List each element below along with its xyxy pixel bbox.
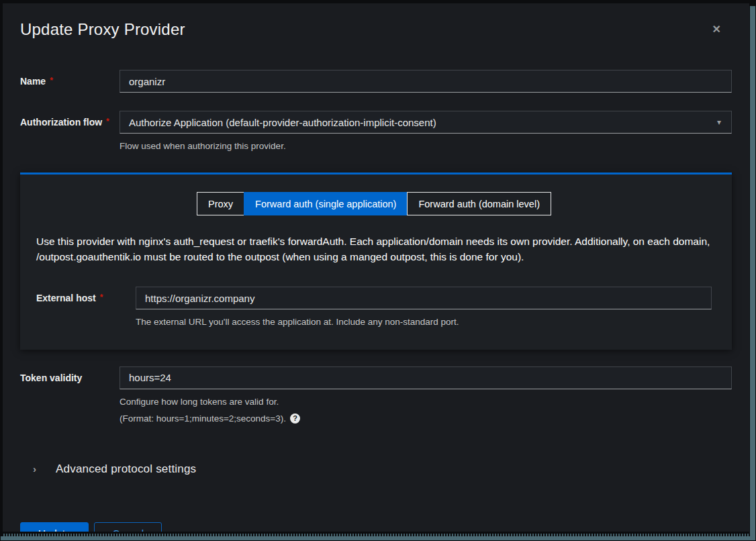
modal-header: Update Proxy Provider ✕ [20,3,732,39]
external-host-help: The external URL you'll access the appli… [136,315,712,329]
window-border-bottom [1,536,755,540]
modal-footer: Update Cancel [20,522,732,532]
external-host-control: The external URL you'll access the appli… [136,287,712,329]
update-proxy-provider-modal: Update Proxy Provider ✕ Name* Authorizat… [3,3,749,532]
window-frame: Update Proxy Provider ✕ Name* Authorizat… [0,0,756,541]
authorization-flow-control: Authorize Application (default-provider-… [120,111,732,153]
external-host-input[interactable] [136,287,712,309]
name-label-text: Name [20,76,46,87]
external-host-label-text: External host [36,293,96,303]
name-label: Name* [20,70,120,87]
required-asterisk: * [50,76,53,85]
tab-proxy[interactable]: Proxy [197,192,244,215]
token-validity-help: Configure how long tokens are valid for. [120,395,732,409]
required-asterisk: * [100,293,103,302]
authorization-flow-select[interactable]: Authorize Application (default-provider-… [120,111,732,134]
close-icon[interactable]: ✕ [712,24,721,35]
cancel-button[interactable]: Cancel [94,522,162,532]
advanced-protocol-settings-toggle[interactable]: › Advanced protocol settings [20,462,732,476]
authorization-flow-label: Authorization flow* [20,111,120,128]
name-control [120,70,732,93]
chevron-right-icon: › [33,463,36,475]
required-asterisk: * [106,117,109,126]
window-border-right [750,6,755,539]
authorization-flow-label-text: Authorization flow [20,117,102,128]
page-title: Update Proxy Provider [20,20,185,39]
advanced-protocol-settings-label: Advanced protocol settings [56,462,196,476]
proxy-mode-card: Proxy Forward auth (single application) … [20,173,732,349]
mode-toggle-group: Proxy Forward auth (single application) … [36,192,712,215]
token-validity-input[interactable] [120,366,732,389]
token-validity-row: Token validity Configure how long tokens… [20,366,732,424]
external-host-row: External host* The external URL you'll a… [36,287,712,329]
mode-description: Use this provider with nginx's auth_requ… [36,234,712,264]
token-validity-label: Token validity [20,366,120,383]
tab-forward-auth-domain-level[interactable]: Forward auth (domain level) [407,192,551,215]
update-button[interactable]: Update [20,522,89,532]
name-field-row: Name* [20,70,732,93]
authorization-flow-value: Authorize Application (default-provider-… [129,117,436,128]
token-validity-format-help: (Format: hours=1;minutes=2;seconds=3). ? [120,413,732,424]
authorization-flow-row: Authorization flow* Authorize Applicatio… [20,111,732,153]
chevron-down-icon: ▾ [717,117,721,127]
token-validity-format-text: (Format: hours=1;minutes=2;seconds=3). [120,413,286,424]
name-input[interactable] [120,70,732,93]
tab-forward-auth-single-application[interactable]: Forward auth (single application) [244,192,407,215]
help-question-icon[interactable]: ? [290,413,300,424]
authorization-flow-help: Flow used when authorizing this provider… [120,140,732,153]
token-validity-control: Configure how long tokens are valid for.… [120,366,732,424]
external-host-label: External host* [36,287,136,303]
